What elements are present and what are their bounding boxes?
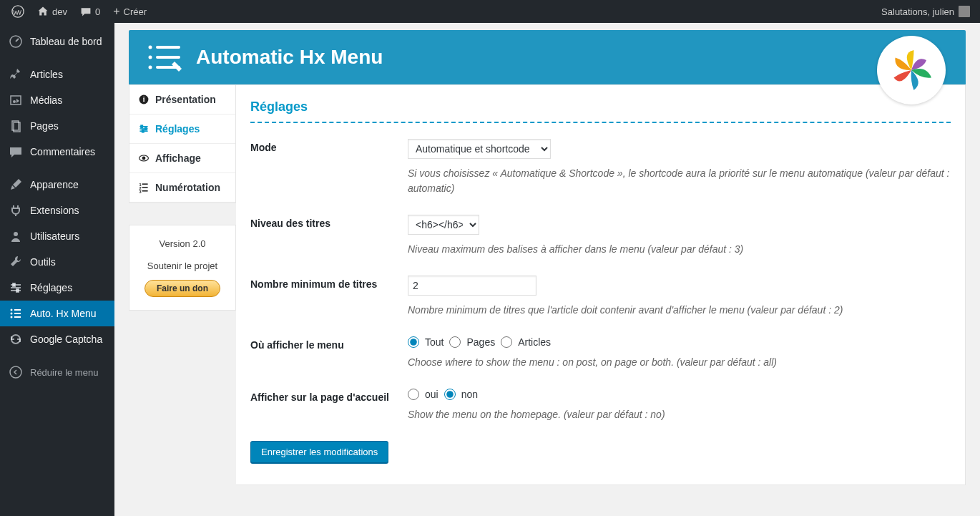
where-radio-all[interactable] xyxy=(408,336,419,348)
sidebar-item-label: Google Captcha xyxy=(30,334,102,345)
brush-icon xyxy=(9,177,23,192)
home-opt-yes: oui xyxy=(425,389,438,400)
svg-rect-17 xyxy=(14,316,21,318)
wp-logo[interactable] xyxy=(6,0,30,23)
captcha-icon xyxy=(9,332,23,346)
sidebar-item-label: Réglages xyxy=(30,282,72,293)
svg-point-12 xyxy=(11,309,13,311)
field-where: Où afficher le menu Tout Pages Articles … xyxy=(250,336,951,370)
sidebar-item-label: Extensions xyxy=(30,205,79,216)
svg-rect-10 xyxy=(13,283,15,286)
wrench-icon xyxy=(9,255,23,269)
svg-point-34 xyxy=(142,157,146,160)
tab-numerotation[interactable]: 123Numérotation xyxy=(129,173,235,203)
plugin-header: Automatic Hx Menu xyxy=(129,30,966,84)
mode-label: Mode xyxy=(250,139,408,196)
home-icon xyxy=(37,6,49,17)
where-opt-posts: Articles xyxy=(518,336,551,348)
create-label: Créer xyxy=(124,6,147,17)
sidebar-item-comments[interactable]: Commentaires xyxy=(0,139,114,165)
info-icon: i xyxy=(138,94,150,105)
collapse-icon xyxy=(9,365,23,379)
sidebar-item-posts[interactable]: Articles xyxy=(0,62,114,87)
sidebar-item-dashboard[interactable]: Tableau de bord xyxy=(0,29,114,54)
svg-rect-31 xyxy=(145,127,147,130)
list-icon xyxy=(9,306,23,321)
sidebar-item-appearance[interactable]: Apparence xyxy=(0,172,114,198)
sidebar-item-label: Apparence xyxy=(30,179,79,190)
min-input[interactable] xyxy=(408,276,536,296)
num-icon: 123 xyxy=(138,182,150,193)
save-button[interactable]: Enregistrer les modifications xyxy=(250,441,388,463)
level-select[interactable]: <h6></h6> xyxy=(408,215,479,235)
min-help: Nombre minimum de titres que l'article d… xyxy=(408,303,951,318)
plugin-header-icon xyxy=(144,42,185,73)
plus-icon: + xyxy=(113,5,119,18)
sidebar-item-pages[interactable]: Pages xyxy=(0,113,114,139)
wordpress-icon xyxy=(11,5,24,18)
pinwheel-icon xyxy=(886,45,936,95)
svg-point-3 xyxy=(13,100,16,103)
mode-select[interactable]: Automatique et shortcode xyxy=(408,139,551,159)
tab-label: Présentation xyxy=(155,94,216,105)
sidebar-item-label: Médias xyxy=(30,94,62,106)
home-radio-yes[interactable] xyxy=(408,389,419,400)
tab-reglages[interactable]: Réglages xyxy=(129,115,235,144)
pin-icon xyxy=(9,67,23,82)
sidebar-item-label: Outils xyxy=(30,256,56,268)
pages-icon xyxy=(9,119,23,133)
settings-panel: Réglages Mode Automatique et shortcode S… xyxy=(236,84,966,485)
sidebar-item-collapse[interactable]: Réduire le menu xyxy=(0,359,114,385)
donate-button[interactable]: Faire un don xyxy=(144,280,220,297)
tab-label: Affichage xyxy=(155,152,201,164)
support-project-text: Soutenir le projet xyxy=(135,261,230,271)
svg-rect-40 xyxy=(142,190,148,192)
create-link[interactable]: + Créer xyxy=(107,0,152,23)
sidebar-item-label: Articles xyxy=(30,69,63,80)
level-help: Niveau maximum des balises à afficher da… xyxy=(408,242,951,257)
sidebar-item-media[interactable]: Médias xyxy=(0,87,114,113)
where-opt-all: Tout xyxy=(425,336,444,348)
svg-rect-15 xyxy=(14,313,21,314)
plug-icon xyxy=(9,203,23,218)
sidebar-item-settings[interactable]: Réglages xyxy=(0,275,114,301)
sidebar-item-label: Réduire le menu xyxy=(30,367,98,378)
sidebar-item-plugins[interactable]: Extensions xyxy=(0,198,114,223)
tabs-column: iPrésentationRéglagesAffichage123Numérot… xyxy=(129,84,236,485)
sidebar-item-label: Pages xyxy=(30,120,59,132)
mode-help: Si vous choisissez « Automatique & Short… xyxy=(408,166,951,196)
tab-presentation[interactable]: iPrésentation xyxy=(129,85,235,115)
home-opt-no: non xyxy=(461,389,478,400)
tab-affichage[interactable]: Affichage xyxy=(129,144,235,173)
sidebar-item-captcha[interactable]: Google Captcha xyxy=(0,326,114,352)
min-label: Nombre minimum de titres xyxy=(250,276,408,318)
svg-point-19 xyxy=(149,46,152,49)
site-name-link[interactable]: dev xyxy=(31,0,73,23)
where-radio-posts[interactable] xyxy=(501,336,512,348)
sidebar-item-tools[interactable]: Outils xyxy=(0,249,114,275)
svg-text:3: 3 xyxy=(139,190,142,193)
comments-link[interactable]: 0 xyxy=(74,0,106,23)
admin-bar: dev 0 + Créer Salutations, julien xyxy=(0,0,980,23)
comment-count: 0 xyxy=(95,6,100,17)
tab-label: Numérotation xyxy=(155,182,220,193)
home-radio-no[interactable] xyxy=(444,389,456,400)
sidebar-item-label: Tableau de bord xyxy=(30,36,102,47)
admin-sidebar: Tableau de bordArticlesMédiasPagesCommen… xyxy=(0,23,114,516)
adminbar-right[interactable]: Salutations, julien xyxy=(881,6,974,17)
field-min: Nombre minimum de titres Nombre minimum … xyxy=(250,276,951,318)
sidebar-item-hxmenu[interactable]: Auto. Hx Menu xyxy=(0,301,114,326)
content-area: Automatic Hx Menu iPrésentationRéglagesA… xyxy=(114,23,980,516)
settings-icon xyxy=(138,123,150,135)
svg-rect-32 xyxy=(142,130,144,132)
tab-label: Réglages xyxy=(155,123,200,135)
sidebar-item-label: Auto. Hx Menu xyxy=(30,308,97,319)
sidebar-item-label: Commentaires xyxy=(30,146,95,157)
adminbar-left: dev 0 + Créer xyxy=(6,0,152,23)
where-label: Où afficher le menu xyxy=(250,336,408,370)
where-help: Choose where to show the menu : on post,… xyxy=(408,355,951,370)
sidebar-item-users[interactable]: Utilisateurs xyxy=(0,223,114,249)
svg-rect-36 xyxy=(142,183,148,185)
section-title: Réglages xyxy=(250,99,951,123)
where-radio-pages[interactable] xyxy=(449,336,461,348)
